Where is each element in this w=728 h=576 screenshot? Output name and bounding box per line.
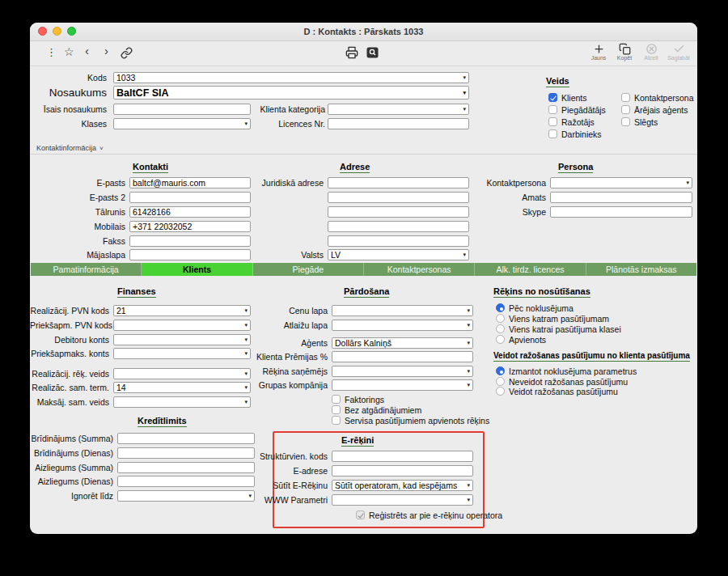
atlaizu-lapa-input[interactable]: ▾ [332,320,473,331]
radio-veidot-razosanas[interactable]: Veidot ražošanas pasūtījumu [496,386,618,396]
epasts2-input[interactable] [129,192,251,203]
radio-viens-katrai-klasei[interactable]: Viens katrai pasūtījuma klasei [496,324,621,334]
eadrese-label: E-adrese [236,465,328,476]
cancel-icon [645,43,658,55]
radio-viens-katram-pasutijumam[interactable]: Viens katram pasūtījumam [496,313,609,324]
checkbox-registrets-operatora[interactable]: Reģistrēts ar pie e-rēķinu operatora [356,510,502,520]
kods-input[interactable]: 1033▾ [113,72,469,83]
rekina-sanemejs-input[interactable]: ▾ [332,366,473,377]
adrese-line4-input[interactable] [328,221,469,232]
bridinajums-summa-input[interactable] [117,433,255,444]
radio-label: Pēc noklusējuma [509,303,574,313]
debitoru-konts-input[interactable]: ▾ [113,334,251,345]
checkbox-arejais-agents[interactable]: Ārējais aģents [621,104,688,115]
print-icon[interactable] [345,46,358,59]
link-icon[interactable] [121,47,133,59]
adrese-line1-input[interactable] [328,177,469,188]
checkbox-bez-atgadinajumiem[interactable]: Bez atgādinājumiem [332,404,421,415]
checkbox-slegts[interactable]: Slēgts [621,116,658,127]
realizacij-rek-veids-input[interactable]: ▾ [113,368,251,379]
minimize-window-button[interactable] [53,27,61,36]
forward-chevron-icon[interactable]: › [104,44,108,57]
mobilais-input[interactable]: +371 22032052 [129,221,251,232]
star-icon[interactable]: ☆ [64,45,74,58]
aizliegums-summa-input[interactable] [117,462,255,473]
epasts2-label: E-pasts 2 [30,192,125,203]
tab-planotas-izmaksas[interactable]: Plānotās izmaksas [586,263,696,276]
radio-pec-noklusejuma[interactable]: Pēc noklusējuma [496,303,574,313]
checkbox-icon [621,105,630,114]
close-window-button[interactable] [38,27,47,36]
eadrese-input[interactable] [332,465,473,476]
kontaktinformacija-section-toggle[interactable]: Kontaktinformācija ˅ [36,144,108,152]
tab-alk-tirdz-licences[interactable]: Alk. tirdz. licences [475,263,586,276]
kontaktpersona-input[interactable]: ▾ [550,177,692,188]
strukturvien-kods-input[interactable] [332,451,473,462]
mobilais-label: Mobilais [30,221,125,232]
adrese-line3-input[interactable] [328,206,469,218]
nosaukums-input[interactable]: BaltCF SIA▾ [113,86,469,100]
skype-input[interactable] [550,206,692,218]
checkbox-servisa-pasutijumiem[interactable]: Servisa pasūtījumiem apvienots rēķins [332,415,489,426]
prieksapmaks-konts-input[interactable]: ▾ [113,348,251,359]
app-window: D : Kontakts : Pārskats 1033 ⋮ ☆ ‹ › [30,23,697,534]
realizacij-pvn-kods-input[interactable]: 21▾ [113,305,251,316]
checkbox-razotajs[interactable]: Ražotājs [548,116,595,127]
valsts-input[interactable]: LV▾ [328,249,469,260]
radio-izmantot-noklusejuma[interactable]: Izmantot noklusējuma parametrus [496,366,637,376]
tab-kontaktpersonas[interactable]: Kontaktpersonas [364,263,475,276]
menu-dots-icon[interactable]: ⋮ [46,46,57,59]
rekina-sanemejs-label: Rēķina saņēmējs [236,366,328,377]
back-chevron-icon[interactable]: ‹ [85,44,89,57]
copy-icon [619,43,631,55]
chevron-down-icon: ▾ [465,340,470,346]
checkbox-icon [332,416,341,425]
fakss-input[interactable] [129,235,251,247]
zoom-window-button[interactable] [67,27,76,36]
checkbox-klients[interactable]: Klients [548,92,587,103]
cenu-lapa-input[interactable]: ▾ [332,305,473,316]
checkbox-kontaktpersona[interactable]: Kontaktpersona [621,92,694,103]
kods-label: Kods [30,72,107,83]
razosanas-heading: Veidot ražošanas pasūtījumu no klienta p… [493,351,690,362]
licences-nr-input[interactable] [328,118,469,129]
agents-label: Aģents [236,337,328,349]
checkbox-faktorings[interactable]: Faktorings [332,394,384,404]
realizac-sam-term-label: Realizāc. sam. term. [30,382,109,393]
talrunis-input[interactable]: 61428166 [129,206,251,218]
adrese-line5-input[interactable] [328,235,469,247]
radio-apvienots[interactable]: Apvienots [496,334,546,345]
amats-input[interactable] [550,192,692,203]
new-button[interactable]: Jauns [586,43,611,61]
chevron-down-icon: ▾ [461,106,466,112]
checkbox-piegadatajs[interactable]: Piegādātājs [548,104,606,115]
preview-icon[interactable] [366,47,379,58]
checkbox-label: Ražotājs [561,117,595,127]
bridinajums-dienas-input[interactable] [117,447,255,459]
checkbox-darbinieks[interactable]: Darbinieks [548,129,602,139]
epasts-label: E-pasts [30,177,125,188]
prieksapm-pvn-kods-input[interactable]: ▾ [113,320,251,331]
realizac-sam-term-input[interactable]: 14▾ [113,382,251,393]
adrese-line2-input[interactable] [328,192,469,203]
title-bar[interactable]: D : Kontakts : Pārskats 1033 [30,23,697,41]
klienta-premijas-input[interactable] [332,351,473,362]
tab-klients[interactable]: Klients [142,263,252,276]
aizliegums-dienas-input[interactable] [117,476,255,487]
klienta-kategorija-input[interactable]: ▾ [328,104,469,115]
copy-button[interactable]: Kopēt [612,43,637,61]
maksaj-sam-veids-input[interactable]: ▾ [113,396,251,408]
agents-input[interactable]: Dollārs Kalniņš▾ [332,337,473,349]
sutit-erekinu-select[interactable]: Sūtīt operatoram, kad iespējams▾ [332,480,473,491]
radio-label: Izmantot noklusējuma parametrus [509,366,637,376]
ignoret-lidz-input[interactable]: ▾ [117,490,255,502]
klienta-premijas-label: Klienta Prēmijas % [236,351,328,362]
tab-piegade[interactable]: Piegāde [253,263,364,276]
grupas-kompanija-input[interactable]: ▾ [332,379,473,391]
checkbox-icon [548,93,557,102]
www-parametri-select[interactable]: ▾ [332,494,473,506]
tab-pamatinformacija[interactable]: Pamatinformācija [31,263,142,276]
checkbox-icon [548,117,557,126]
save-button[interactable]: Saglabāt [667,43,691,61]
cancel-button[interactable]: Atcelt [639,43,663,61]
